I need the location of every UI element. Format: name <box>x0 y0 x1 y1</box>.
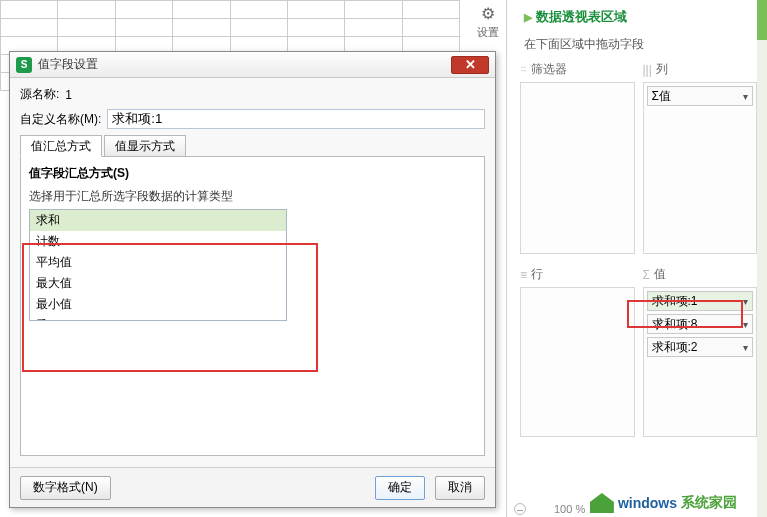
rows-header: ≡ 行 <box>520 266 635 283</box>
chevron-down-icon: ▾ <box>743 319 748 330</box>
list-item[interactable]: 最小值 <box>30 294 286 315</box>
filters-label: 筛选器 <box>531 61 567 78</box>
column-field-label: Σ值 <box>652 88 671 105</box>
zoom-percent: 100 % <box>554 503 585 515</box>
columns-header: ||| 列 <box>643 61 758 78</box>
vertical-divider <box>506 0 507 517</box>
value-field-label: 求和项:8 <box>652 316 698 333</box>
tab-label: 值汇总方式 <box>31 138 91 155</box>
scrollbar-thumb[interactable] <box>757 0 767 40</box>
section-subtitle: 选择用于汇总所选字段数据的计算类型 <box>29 188 476 205</box>
filters-header: ⍨ 筛选器 <box>520 61 635 78</box>
source-name-label: 源名称: <box>20 86 59 103</box>
dialog-titlebar[interactable]: S 值字段设置 ✕ <box>10 52 495 78</box>
close-button[interactable]: ✕ <box>451 56 489 74</box>
triangle-icon: ▶ <box>524 11 532 24</box>
pivot-areas-panel: ▶ 数据透视表区域 在下面区域中拖动字段 ⍨ 筛选器 ||| 列 Σ值 ▾ <box>510 0 767 517</box>
watermark-text1: windows <box>618 495 677 511</box>
calc-type-listbox[interactable]: 求和 计数 平均值 最大值 最小值 乘积 <box>29 209 287 321</box>
settings-button[interactable]: ⚙ 设置 <box>474 4 502 40</box>
watermark-logo: windows系统家园 <box>590 493 737 513</box>
list-item[interactable]: 最大值 <box>30 273 286 294</box>
dialog-footer: 数字格式(N) 确定 取消 <box>10 467 495 507</box>
value-field-item[interactable]: 求和项:8 ▾ <box>647 314 754 334</box>
values-label: 值 <box>654 266 666 283</box>
list-item[interactable]: 乘积 <box>30 315 286 321</box>
panel-title: ▶ 数据透视表区域 <box>524 8 757 26</box>
values-header: Σ 值 <box>643 266 758 283</box>
values-dropzone[interactable]: 求和项:1 ▾ 求和项:8 ▾ 求和项:2 ▾ <box>643 287 758 437</box>
tab-content: 值字段汇总方式(S) 选择用于汇总所选字段数据的计算类型 求和 计数 平均值 最… <box>20 156 485 456</box>
rows-dropzone[interactable] <box>520 287 635 437</box>
filter-icon: ⍨ <box>520 63 527 77</box>
number-format-button[interactable]: 数字格式(N) <box>20 476 111 500</box>
list-item[interactable]: 计数 <box>30 231 286 252</box>
list-item[interactable]: 求和 <box>30 210 286 231</box>
dialog-title: 值字段设置 <box>38 56 98 73</box>
cancel-button[interactable]: 取消 <box>435 476 485 500</box>
ok-button[interactable]: 确定 <box>375 476 425 500</box>
chevron-down-icon: ▾ <box>743 296 748 307</box>
value-field-item[interactable]: 求和项:2 ▾ <box>647 337 754 357</box>
list-item[interactable]: 平均值 <box>30 252 286 273</box>
value-field-item[interactable]: 求和项:1 ▾ <box>647 291 754 311</box>
wps-logo-icon: S <box>16 57 32 73</box>
columns-dropzone[interactable]: Σ值 ▾ <box>643 82 758 254</box>
chevron-down-icon: ▾ <box>743 91 748 102</box>
rows-icon: ≡ <box>520 268 527 282</box>
gear-icon: ⚙ <box>474 4 502 23</box>
tab-label: 值显示方式 <box>115 138 175 155</box>
tab-display-method[interactable]: 值显示方式 <box>104 135 186 157</box>
watermark-text2: 系统家园 <box>681 494 737 512</box>
value-field-settings-dialog: S 值字段设置 ✕ 源名称: 1 自定义名称(M): 值汇总方式 值显示方式 值… <box>9 51 496 508</box>
panel-title-text: 数据透视表区域 <box>536 8 627 26</box>
columns-label: 列 <box>656 61 668 78</box>
value-field-label: 求和项:1 <box>652 293 698 310</box>
column-field-item[interactable]: Σ值 ▾ <box>647 86 754 106</box>
custom-name-label: 自定义名称(M): <box>20 111 101 128</box>
sigma-icon: Σ <box>643 268 650 282</box>
settings-label: 设置 <box>474 25 502 40</box>
house-icon <box>590 493 614 513</box>
panel-subtitle: 在下面区域中拖动字段 <box>524 36 757 53</box>
section-title: 值字段汇总方式(S) <box>29 165 476 182</box>
rows-label: 行 <box>531 266 543 283</box>
value-field-label: 求和项:2 <box>652 339 698 356</box>
close-icon: ✕ <box>465 57 476 72</box>
tab-summary-method[interactable]: 值汇总方式 <box>20 135 102 157</box>
zoom-control[interactable]: – 100 % <box>514 503 585 515</box>
columns-icon: ||| <box>643 63 652 77</box>
chevron-down-icon: ▾ <box>743 342 748 353</box>
custom-name-input[interactable] <box>107 109 485 129</box>
filters-dropzone[interactable] <box>520 82 635 254</box>
right-scrollbar[interactable] <box>757 0 767 517</box>
source-name-value: 1 <box>65 88 72 102</box>
zoom-out-icon[interactable]: – <box>514 503 526 515</box>
